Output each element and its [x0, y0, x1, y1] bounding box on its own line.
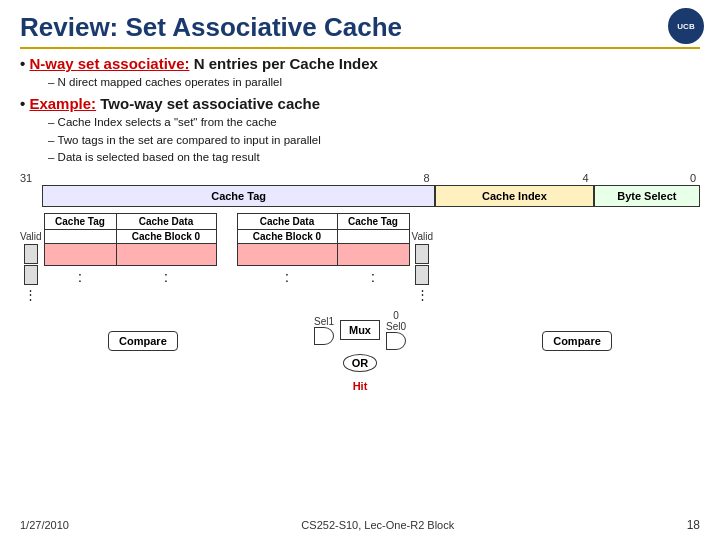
sel1-gate: Sel1	[314, 316, 334, 345]
cache-table-right: Cache Data Cache Tag Cache Block 0	[237, 213, 410, 288]
data-cell-1-left	[116, 244, 216, 266]
bullet-1-sub-1: – N direct mapped caches operates in par…	[48, 74, 700, 91]
th-empty-right	[337, 230, 409, 244]
table-row-dots-left: : :	[44, 266, 216, 288]
addr-index-label: Cache Index	[482, 190, 547, 202]
sel0-prefix: 0	[393, 310, 399, 321]
th-cache-data-left: Cache Data	[116, 214, 216, 230]
addr-byte-label: Byte Select	[617, 190, 676, 202]
address-bar: Cache Tag Cache Index Byte Select	[42, 185, 700, 207]
bullet-1-highlight: N-way set associative:	[29, 55, 189, 72]
addr-seg-tag: Cache Tag	[42, 185, 435, 207]
page: UCB Review: Set Associative Cache • N-wa…	[0, 0, 720, 540]
or-gate: OR	[343, 354, 378, 372]
addr-seg-byte: Byte Select	[594, 185, 700, 207]
valid-dots-left: ⋮	[24, 287, 37, 302]
bullet-2-sub-2: – Two tags in the set are compared to in…	[48, 132, 700, 149]
logic-gates: Sel1 Mux 0 Sel0 OR	[314, 310, 406, 372]
dots-data-left: :	[116, 266, 216, 288]
bullet-2-sub-3: – Data is selected based on the tag resu…	[48, 149, 700, 166]
cache-tables-row: Valid ⋮ Cache Tag Cache Data Cach	[20, 213, 700, 302]
th-cache-tag-left: Cache Tag	[44, 214, 116, 230]
valid-left-label: Valid	[20, 231, 42, 242]
valid-col-left: Valid ⋮	[20, 231, 42, 302]
table-row	[237, 244, 409, 266]
or-label: OR	[352, 357, 369, 369]
bit-8-label: 8	[42, 172, 434, 184]
bullet-2-highlight: Example:	[29, 95, 96, 112]
th-cache-block-0-right: Cache Block 0	[237, 230, 337, 244]
th-empty-left	[44, 230, 116, 244]
bullet-2: • Example: Two-way set associative cache…	[20, 95, 700, 166]
valid-col-right: Valid ⋮	[412, 231, 434, 302]
dots-data-right: :	[237, 266, 337, 288]
bullet-2-main: • Example: Two-way set associative cache	[20, 95, 700, 112]
data-cell-1-right	[237, 244, 337, 266]
bit-31: 31	[20, 172, 42, 184]
sel-mux-row: Sel1 Mux 0 Sel0	[314, 310, 406, 350]
university-logo: UCB	[668, 8, 704, 44]
hit-row: Hit	[20, 376, 700, 394]
valid-cell-r2	[415, 265, 429, 285]
diagram-area: 31 8 4 0 Cache Tag Cache Index Byte Sele…	[20, 172, 700, 394]
compare-label-left: Compare	[119, 335, 167, 347]
sel1-label: Sel1	[314, 316, 334, 327]
addr-tag-label: Cache Tag	[211, 190, 266, 202]
valid-cell-1	[24, 244, 38, 264]
valid-right-label: Valid	[412, 231, 434, 242]
bottom-bar: 1/27/2010 CS252-S10, Lec-One-R2 Block 18	[20, 518, 700, 532]
valid-cell-r1	[415, 244, 429, 264]
th-cache-block-0-left: Cache Block 0	[116, 230, 216, 244]
bullet-1: • N-way set associative: N entries per C…	[20, 55, 700, 91]
compare-box-right: Compare	[542, 331, 612, 351]
bullet-1-prefix: •	[20, 55, 29, 72]
compare-label-right: Compare	[553, 335, 601, 347]
bit-4-label: 4	[434, 172, 593, 184]
th-cache-data-right: Cache Data	[237, 214, 337, 230]
table-row-dots-right: : :	[237, 266, 409, 288]
compare-logic-row: Compare Sel1 Mux 0	[20, 310, 700, 372]
bottom-page: 18	[687, 518, 700, 532]
sel0-gate-shape	[386, 332, 406, 350]
sel0-gate: 0 Sel0	[386, 310, 406, 350]
valid-dots-right: ⋮	[416, 287, 429, 302]
bottom-date: 1/27/2010	[20, 519, 69, 531]
th-cache-tag-right: Cache Tag	[337, 214, 409, 230]
sel0-label: Sel0	[386, 321, 406, 332]
mux-box: Mux	[340, 320, 380, 340]
bullet-1-main: • N-way set associative: N entries per C…	[20, 55, 700, 72]
dots-tag-left: :	[44, 266, 116, 288]
dots-tag-right: :	[337, 266, 409, 288]
hit-label: Hit	[353, 380, 368, 392]
mux-label: Mux	[349, 324, 371, 336]
cache-table-left: Cache Tag Cache Data Cache Block 0	[44, 213, 217, 288]
sel1-gate-shape	[314, 327, 334, 345]
table-row	[44, 244, 216, 266]
tag-cell-1-left	[44, 244, 116, 266]
bullet-2-text: Two-way set associative cache	[100, 95, 320, 112]
right-cache-group: Cache Data Cache Tag Cache Block 0	[237, 213, 434, 302]
bullet-2-prefix: •	[20, 95, 29, 112]
bullet-2-sub-1: – Cache Index selects a "set" from the c…	[48, 114, 700, 131]
bit-0-label: 0	[593, 172, 700, 184]
bullet-1-text: N entries per Cache Index	[194, 55, 378, 72]
page-title: Review: Set Associative Cache	[20, 12, 700, 49]
valid-cell-2	[24, 265, 38, 285]
logo-text: UCB	[677, 22, 694, 31]
tag-cell-1-right	[337, 244, 409, 266]
addr-seg-index: Cache Index	[435, 185, 593, 207]
compare-box-left: Compare	[108, 331, 178, 351]
bottom-course: CS252-S10, Lec-One-R2 Block	[301, 519, 454, 531]
left-cache-group: Valid ⋮ Cache Tag Cache Data Cach	[20, 213, 217, 302]
